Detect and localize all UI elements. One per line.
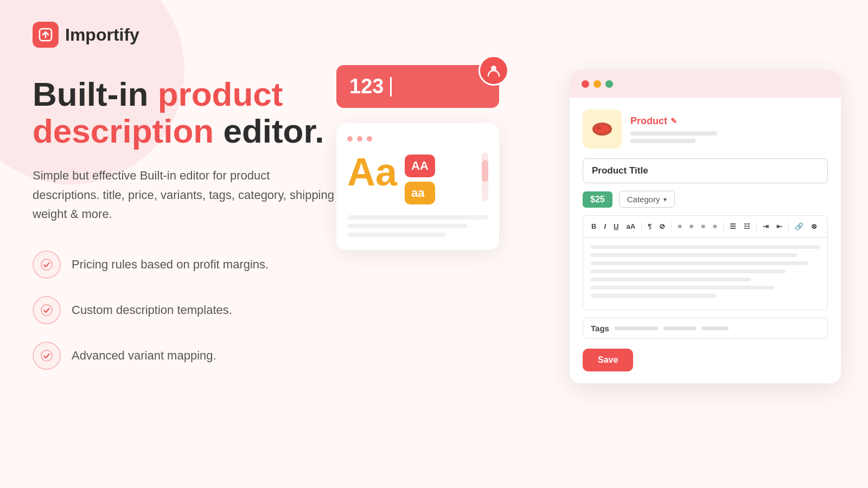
hero-title-highlight2: description [33, 112, 214, 150]
content-line-2 [347, 224, 467, 228]
hero-title-highlight1: product [158, 75, 283, 113]
toolbar-list-bullet[interactable]: ☰ [728, 221, 738, 232]
check-icon-3 [33, 342, 61, 370]
toolbar-italic[interactable]: I [602, 221, 608, 232]
aa-badge-small: aa [405, 182, 435, 204]
editor-line-2 [591, 253, 797, 257]
cursor [390, 77, 392, 97]
toolbar-unlink[interactable]: ⊗ [809, 221, 819, 232]
chevron-down-icon: ▾ [663, 196, 667, 203]
feature-text-2: Custom description templates. [72, 303, 232, 317]
aa-badge-big: AA [405, 155, 435, 177]
check-icon-2 [33, 296, 61, 324]
toolbar-list-ordered[interactable]: ☷ [742, 221, 752, 232]
svg-point-2 [41, 305, 52, 316]
product-thumbnail [583, 110, 622, 149]
toolbar-align-right[interactable]: ≡ [699, 221, 707, 232]
toolbar-divider-5 [788, 222, 789, 231]
dot-3 [367, 136, 372, 142]
feature-item-3: Advanced variant mapping. [33, 342, 336, 370]
toolbar-link[interactable]: 🔗 [793, 221, 805, 232]
product-info-lines [630, 131, 828, 143]
toolbar-paragraph[interactable]: ¶ [646, 221, 653, 232]
editor-line-4 [591, 269, 786, 273]
feature-item-1: Pricing rules based on profit margins. [33, 251, 336, 279]
panel-body: Product ✎ Product Title $25 Category ▾ B… [570, 98, 841, 383]
toolbar-outdent[interactable]: ⇤ [775, 221, 784, 232]
tags-row: Tags [583, 318, 828, 339]
product-info: Product ✎ [630, 115, 828, 143]
center-mockup: 123 Aa AA aa [336, 65, 499, 250]
price-badge: $25 [583, 191, 612, 208]
edit-icon: ✎ [671, 117, 677, 125]
avatar-badge [478, 55, 509, 86]
input-bar-wrapper: 123 [336, 65, 499, 108]
save-button[interactable]: Save [583, 349, 633, 371]
input-value: 123 [349, 75, 384, 98]
brand-name: Importify [65, 25, 139, 45]
toolbar-indent[interactable]: ⇥ [761, 221, 770, 232]
product-label: Product ✎ [630, 115, 828, 127]
tag-pill-1 [615, 326, 658, 330]
editor-line-7 [591, 294, 717, 298]
editor-line-5 [591, 278, 751, 281]
toolbar-align-center[interactable]: ≡ [688, 221, 695, 232]
card-mockup: Aa AA aa [336, 123, 499, 250]
price-category-row: $25 Category ▾ [583, 191, 828, 208]
product-title-field[interactable]: Product Title [583, 158, 828, 183]
logo-icon [33, 22, 59, 48]
big-aa-text: Aa [347, 152, 397, 191]
toolbar-divider-4 [756, 222, 757, 231]
content-line-3 [347, 233, 446, 237]
tag-pill-3 [701, 326, 729, 330]
input-bar: 123 [336, 65, 499, 108]
toolbar-clear[interactable]: ⊘ [658, 221, 667, 232]
info-line-1 [630, 131, 717, 136]
right-panel: Product ✎ Product Title $25 Category ▾ B… [570, 70, 841, 383]
check-icon-1 [33, 251, 61, 279]
panel-dot-orange [593, 80, 601, 88]
hero-title-part1: Built-in [33, 75, 158, 113]
toolbar-aa[interactable]: aA [624, 221, 637, 232]
editor-line-1 [591, 245, 820, 249]
panel-dot-red [582, 80, 589, 88]
category-select[interactable]: Category ▾ [619, 191, 675, 208]
dots-row [347, 136, 488, 142]
svg-point-6 [595, 125, 610, 133]
dot-2 [357, 136, 362, 142]
header: Importify [33, 22, 139, 48]
feature-text-1: Pricing rules based on profit margins. [72, 258, 269, 272]
svg-point-7 [596, 126, 602, 130]
content-line-1 [347, 215, 488, 220]
info-line-2 [630, 139, 695, 143]
panel-title-bar [570, 70, 841, 98]
hero-title-part2: editor. [214, 112, 324, 150]
editor-line-3 [591, 261, 808, 265]
toolbar-align-left[interactable]: ≡ [676, 221, 684, 232]
left-content: Built-in product description editor. Sim… [33, 76, 336, 370]
hero-description: Simple but effective Built-in editor for… [33, 166, 336, 223]
svg-point-3 [41, 350, 52, 361]
toolbar-bold[interactable]: B [590, 221, 598, 232]
tag-pill-2 [663, 326, 696, 330]
editor-area[interactable] [583, 237, 828, 310]
svg-point-1 [41, 259, 52, 270]
toolbar-align-justify[interactable]: ≡ [711, 221, 719, 232]
feature-list: Pricing rules based on profit margins. C… [33, 251, 336, 370]
content-lines [347, 215, 488, 237]
panel-dot-green [605, 80, 613, 88]
hero-title: Built-in product description editor. [33, 76, 336, 150]
tags-label: Tags [591, 324, 609, 333]
toolbar-divider-1 [641, 222, 642, 231]
product-header: Product ✎ [583, 110, 828, 149]
toolbar-divider-3 [723, 222, 724, 231]
editor-toolbar: B I U aA ¶ ⊘ ≡ ≡ ≡ ≡ ☰ ☷ ⇥ ⇤ 🔗 ⊗ [583, 215, 828, 237]
editor-line-6 [591, 286, 774, 290]
feature-text-3: Advanced variant mapping. [72, 349, 216, 363]
feature-item-2: Custom description templates. [33, 296, 336, 324]
aa-badges: AA aa [405, 155, 435, 204]
toolbar-underline[interactable]: U [612, 221, 620, 232]
toolbar-divider-2 [671, 222, 672, 231]
dot-1 [347, 136, 353, 142]
